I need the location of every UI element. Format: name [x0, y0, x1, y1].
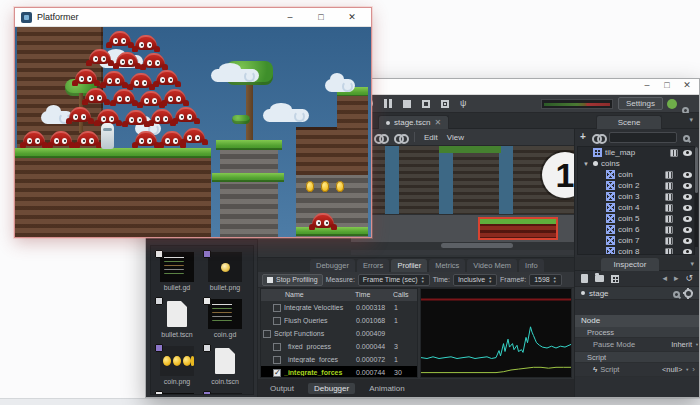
scene-node-coins[interactable]: ▼coins	[578, 158, 694, 169]
checkbox[interactable]	[273, 369, 281, 377]
bottom-tab-animation[interactable]: Animation	[363, 383, 411, 394]
remote-debug-icon[interactable]: ψ	[460, 99, 466, 108]
category-script[interactable]: Script	[575, 352, 699, 363]
instance-icon[interactable]	[665, 237, 673, 245]
close-tab-icon[interactable]: ✕	[434, 118, 441, 127]
instance-icon[interactable]	[665, 226, 673, 234]
instance-icon[interactable]	[665, 204, 673, 212]
pause-button[interactable]	[384, 99, 392, 108]
instance-icon[interactable]	[665, 193, 673, 201]
visibility-icon[interactable]	[683, 205, 692, 211]
bottom-tab-output[interactable]: Output	[264, 383, 300, 394]
visibility-icon[interactable]	[683, 238, 692, 244]
scene-node-coin-3[interactable]: coin 3	[578, 191, 694, 202]
close-button[interactable]: ✕	[679, 80, 695, 90]
scene-node-coin-8[interactable]: coin 8	[578, 246, 694, 255]
visibility-icon[interactable]	[683, 172, 692, 178]
maximize-button[interactable]: □	[659, 80, 675, 90]
profiler-row-integrate-forces[interactable]: _integrate_forces0.0000721	[261, 353, 417, 366]
instance-scene-icon[interactable]	[592, 134, 603, 141]
tree-scrollbar[interactable]	[695, 147, 698, 247]
filesystem-item-bullet-gd[interactable]: bullet.gd	[153, 250, 201, 297]
property-pause-mode[interactable]: Pause ModeInherit▼	[575, 338, 699, 352]
profiler-row-script-functions[interactable]: Script Functions0.000409	[261, 327, 417, 340]
checkbox[interactable]	[273, 343, 281, 351]
checkbox[interactable]	[273, 317, 281, 325]
minimize-button[interactable]: –	[277, 12, 303, 22]
tab-info[interactable]: Info	[519, 259, 544, 272]
visibility-icon[interactable]	[683, 227, 692, 233]
visibility-icon[interactable]	[683, 194, 692, 200]
load-resource-icon[interactable]	[595, 275, 604, 282]
checkbox[interactable]	[273, 304, 281, 312]
visibility-icon[interactable]	[683, 183, 692, 189]
search-icon[interactable]	[683, 128, 690, 146]
tab-profiler[interactable]: Profiler	[391, 259, 427, 272]
play-scene-button[interactable]	[422, 100, 430, 108]
profiler-graph[interactable]	[420, 288, 572, 378]
scene-node-coin[interactable]: coin	[578, 169, 694, 180]
expander-icon[interactable]: ▼	[583, 161, 590, 167]
instance-icon[interactable]	[665, 171, 673, 179]
stop-button[interactable]	[403, 100, 411, 108]
selected-tile[interactable]	[478, 217, 558, 240]
property-script[interactable]: ϟScript<null>▼›	[575, 363, 699, 377]
profiler-row-fixed-process[interactable]: _fixed_process0.0000443	[261, 340, 417, 353]
category-process[interactable]: Process	[575, 327, 699, 338]
add-node-icon[interactable]: +	[580, 132, 586, 142]
profiler-row-integrate-velocities[interactable]: Integrate Velocities0.0003181	[261, 301, 417, 314]
scene-node-coin-2[interactable]: coin 2	[578, 180, 694, 191]
checkbox[interactable]	[273, 356, 281, 364]
filesystem-item-bullet-tscn[interactable]: bullet.tscn	[153, 297, 201, 344]
update-indicator-icon[interactable]	[667, 99, 677, 109]
horizontal-scrollbar[interactable]	[351, 242, 574, 250]
filesystem-item-partial[interactable]	[201, 391, 249, 395]
scene-node-coin-7[interactable]: coin 7	[578, 235, 694, 246]
group-icon[interactable]	[374, 134, 385, 141]
time-dropdown[interactable]: Inclusive ▲▼	[453, 274, 497, 286]
close-button[interactable]: ✕	[339, 12, 365, 22]
filesystem-item-bullet-png[interactable]: bullet.png	[201, 250, 249, 297]
scene-node-coin-4[interactable]: coin 4	[578, 202, 694, 213]
tab-video-mem[interactable]: Video Mem	[467, 259, 517, 272]
menu-edit[interactable]: Edit	[424, 133, 438, 142]
filesystem-item-coin-gd[interactable]: coin.gd	[201, 297, 249, 344]
filesystem-item-partial[interactable]	[153, 391, 201, 395]
instance-icon[interactable]	[665, 215, 673, 223]
tab-debugger[interactable]: Debugger	[310, 259, 355, 272]
minimize-button[interactable]: –	[639, 80, 655, 90]
dock-menu-caret-icon[interactable]: ▾	[690, 260, 694, 268]
save-resource-icon[interactable]	[611, 275, 619, 283]
scrollbar-handle[interactable]	[441, 243, 513, 248]
maximize-button[interactable]: □	[308, 12, 334, 22]
history-forward-icon[interactable]: ▸	[674, 274, 679, 283]
scrollbar-handle[interactable]	[695, 147, 698, 193]
instance-icon[interactable]	[670, 149, 678, 157]
frame-spinbox[interactable]: 1598 ▲▼	[529, 274, 562, 286]
link-icon[interactable]	[394, 134, 405, 141]
instance-icon[interactable]	[665, 182, 673, 190]
filter-nodes-input[interactable]	[609, 132, 677, 143]
settings-button[interactable]: Settings	[618, 97, 663, 110]
column-calls[interactable]: Calls	[393, 289, 415, 301]
dock-menu-caret-icon[interactable]: ▾	[689, 116, 693, 124]
history-icon[interactable]: ↺	[685, 274, 693, 283]
viewport-canvas[interactable]: 1	[351, 146, 574, 214]
profiler-row-integrate-forces[interactable]: _integrate_forces0.00074430	[261, 366, 417, 378]
visibility-icon[interactable]	[683, 216, 692, 222]
profiler-row-flush-queries[interactable]: Flush Queries0.0010681	[261, 314, 417, 327]
expand-resource-icon[interactable]: ›	[692, 365, 695, 374]
tab-stage-tscn[interactable]: stage.tscn ✕	[378, 115, 449, 129]
scene-node-tile-map[interactable]: tile_map	[578, 147, 694, 158]
history-back-icon[interactable]: ◂	[662, 274, 667, 283]
filesystem-item-coin-png[interactable]: coin.png	[153, 344, 201, 391]
stop-profiling-button[interactable]: Stop Profiling	[262, 274, 323, 286]
instance-icon[interactable]	[665, 248, 673, 256]
dropdown-icon[interactable]: ▼	[685, 368, 689, 372]
tab-metrics[interactable]: Metrics	[429, 259, 465, 272]
gear-icon[interactable]	[684, 289, 693, 298]
search-properties-icon[interactable]	[673, 284, 680, 302]
bottom-tab-debugger[interactable]: Debugger	[308, 383, 355, 394]
visibility-icon[interactable]	[683, 249, 692, 255]
tab-errors[interactable]: Errors	[357, 259, 389, 272]
